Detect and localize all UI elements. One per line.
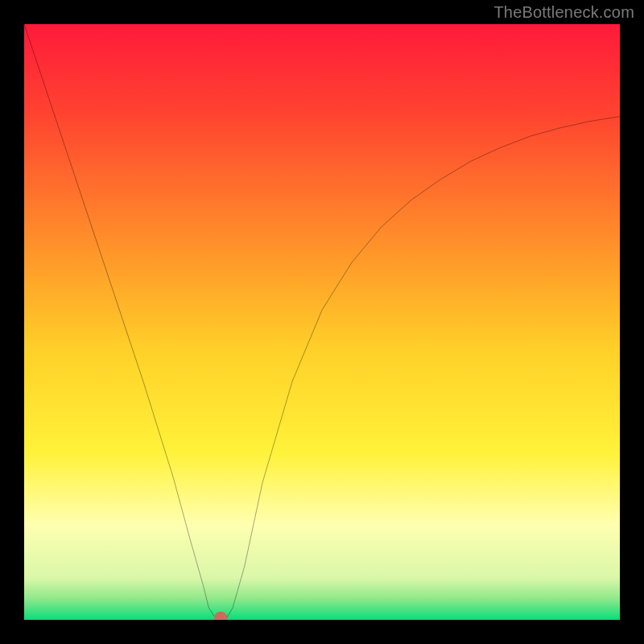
watermark-text: TheBottleneck.com	[493, 3, 634, 22]
gradient-background	[24, 24, 620, 620]
chart-frame: TheBottleneck.com	[0, 0, 644, 644]
bottleneck-chart	[24, 24, 620, 620]
